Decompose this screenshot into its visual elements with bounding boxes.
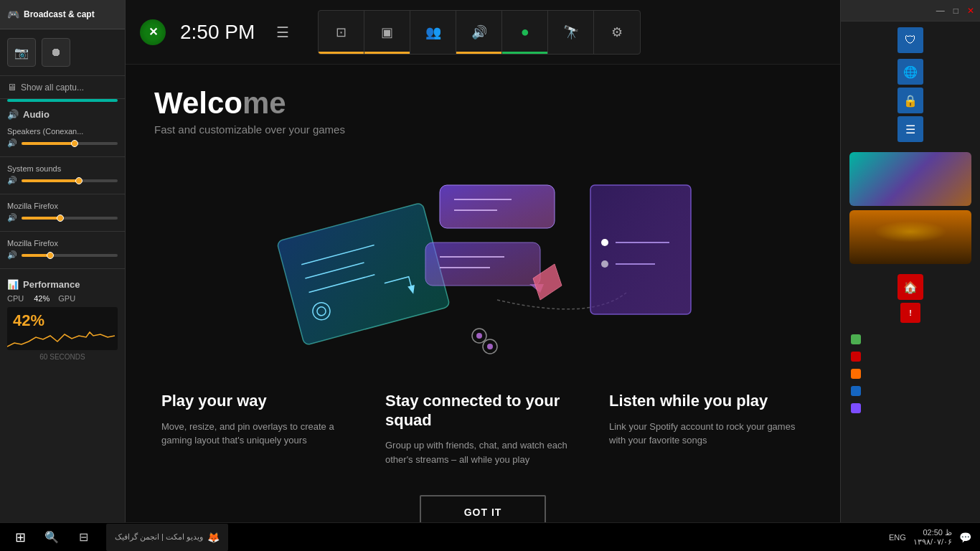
speakers-volume-row: 🔊 bbox=[7, 138, 118, 148]
audio-label: Audio bbox=[23, 109, 50, 120]
home-icon: 🏠 bbox=[903, 281, 918, 294]
svg-point-17 bbox=[476, 333, 482, 339]
maximize-button[interactable]: □ bbox=[953, 6, 958, 16]
firefox1-volume-row: 🔊 bbox=[7, 213, 118, 222]
spotify-tab-icon: ● bbox=[521, 24, 529, 40]
divider-4 bbox=[0, 268, 125, 269]
perf-icon: 📊 bbox=[7, 279, 19, 290]
minimize-button[interactable]: — bbox=[936, 6, 945, 16]
friends-tab-button[interactable]: 👥 bbox=[410, 11, 456, 54]
right-nav-icons: 🏠 ! bbox=[841, 268, 980, 329]
system-sounds-fill bbox=[22, 179, 79, 182]
right-icon-group: 🛡 🌐 🔒 ☰ bbox=[841, 22, 980, 148]
welcome-title: Welcome bbox=[154, 86, 811, 121]
camera-icon: 📷 bbox=[14, 46, 29, 60]
shield-icon-btn[interactable]: 🛡 bbox=[897, 27, 923, 53]
friends-tab-icon: 👥 bbox=[425, 24, 441, 40]
performance-section: 📊 Performance CPU 42% GPU 42% 60 SECONDS bbox=[0, 273, 125, 367]
monitor-tab-button[interactable]: ▣ bbox=[364, 11, 410, 54]
close-button[interactable]: ✕ bbox=[967, 6, 974, 16]
sidebar-header: 🎮 Broadcast & capt bbox=[0, 0, 125, 29]
lock-icon-btn[interactable]: 🔒 bbox=[897, 88, 923, 113]
divider-3 bbox=[0, 231, 125, 232]
sidebar-app-title: Broadcast & capt bbox=[24, 9, 95, 19]
system-sounds-device: System sounds 🔊 bbox=[0, 161, 125, 189]
screenshot-button[interactable]: 📷 bbox=[7, 38, 36, 67]
color-item-purple[interactable] bbox=[847, 400, 974, 416]
show-captures-link[interactable]: 🖥 Show all captu... bbox=[0, 76, 125, 99]
feature-3-title: Listen while you play bbox=[609, 392, 804, 410]
speakers-slider[interactable] bbox=[22, 142, 118, 145]
overlay-topbar: ✕ 2:50 PM ☰ ⊡ ▣ 👥 🔊 ● bbox=[126, 0, 840, 65]
notification-center-icon[interactable]: 💬 bbox=[959, 532, 971, 543]
globe-icon: 🌐 bbox=[903, 65, 918, 79]
vol-icon-4: 🔊 bbox=[7, 250, 17, 260]
browser-task-item[interactable]: 🦊 ویدیو امکت | انجمن گرافیک bbox=[106, 524, 228, 551]
xbox-icon: ✕ bbox=[149, 25, 158, 39]
gpu-label: GPU bbox=[58, 294, 75, 303]
topbar-icons-group: ⊡ ▣ 👥 🔊 ● 🔭 ⚙ bbox=[318, 10, 641, 55]
search-button[interactable]: 🔍 bbox=[37, 524, 66, 551]
audio-tab-button[interactable]: 🔊 bbox=[456, 11, 502, 54]
firefox1-device: Mozilla Firefox 🔊 bbox=[0, 199, 125, 227]
monitor-icon: 🖥 bbox=[7, 82, 17, 93]
vol-icon-2: 🔊 bbox=[7, 176, 17, 185]
firefox2-device: Mozilla Firefox 🔊 bbox=[0, 236, 125, 264]
feature-1-title: Play your way bbox=[161, 392, 357, 410]
taskbar-date: ۱۳۹۸/۰۷/۰۶ bbox=[913, 537, 952, 547]
perf-label: Performance bbox=[23, 279, 80, 290]
firefox2-slider[interactable] bbox=[22, 254, 118, 257]
spotify-tab-button[interactable]: ● bbox=[502, 11, 548, 54]
monitor-tab-icon: ▣ bbox=[381, 24, 393, 40]
menu-icon[interactable]: ☰ bbox=[276, 24, 289, 41]
color-item-blue[interactable] bbox=[847, 383, 974, 399]
hamburger-icon-btn[interactable]: ☰ bbox=[897, 116, 923, 142]
color-item-orange[interactable] bbox=[847, 366, 974, 382]
blue-dot bbox=[851, 386, 861, 396]
red-dot bbox=[851, 352, 861, 362]
start-icon: ⊞ bbox=[15, 529, 26, 545]
chart-seconds-label: 60 SECONDS bbox=[7, 353, 118, 361]
taskbar-datetime: 02:50 ظ ۱۳۹۸/۰۷/۰۶ bbox=[913, 528, 952, 547]
feature-2-title: Stay connected to your squad bbox=[385, 392, 580, 430]
shield-icon: 🛡 bbox=[905, 34, 916, 47]
capture-tab-icon: ⊡ bbox=[336, 24, 347, 40]
feature-card-2: Stay connected to your squad Group up wi… bbox=[371, 392, 595, 481]
welcome-text: Welco bbox=[154, 86, 242, 120]
speakers-fill bbox=[22, 142, 75, 145]
feature-3-title-text: Listen while you play bbox=[609, 392, 768, 410]
firefox2-volume-row: 🔊 bbox=[7, 250, 118, 260]
system-sounds-name: System sounds bbox=[7, 164, 118, 173]
capture-tab-button[interactable]: ⊡ bbox=[319, 11, 364, 54]
color-item-green[interactable] bbox=[847, 331, 974, 347]
lfg-tab-icon: 🔭 bbox=[563, 24, 579, 40]
vol-icon-1: 🔊 bbox=[7, 138, 17, 148]
system-sounds-volume-row: 🔊 bbox=[7, 176, 118, 185]
firefox2-name: Mozilla Firefox bbox=[7, 239, 118, 248]
task-view-button[interactable]: ⊟ bbox=[69, 524, 98, 551]
browser-tab-label: ویدیو امکت | انجمن گرافیک bbox=[115, 532, 203, 542]
welcome-subtitle: Fast and customizable over your games bbox=[154, 123, 811, 136]
notification-icon: ! bbox=[909, 309, 912, 317]
globe-icon-btn[interactable]: 🌐 bbox=[897, 59, 923, 85]
firefox2-fill bbox=[22, 254, 50, 257]
settings-tab-button[interactable]: ⚙ bbox=[594, 11, 640, 54]
color-item-red[interactable] bbox=[847, 349, 974, 364]
lfg-tab-button[interactable]: 🔭 bbox=[548, 11, 594, 54]
system-sounds-slider[interactable] bbox=[22, 179, 118, 182]
cpu-chart-line bbox=[7, 321, 115, 350]
record-button[interactable]: ⏺ bbox=[42, 38, 70, 67]
speakers-device: Speakers (Conexan... 🔊 bbox=[0, 124, 125, 152]
start-button[interactable]: ⊞ bbox=[6, 524, 34, 551]
home-button[interactable]: 🏠 bbox=[897, 274, 923, 300]
color-list bbox=[841, 329, 980, 419]
lock-icon: 🔒 bbox=[903, 94, 918, 108]
taskbar-left: ⊞ 🔍 ⊟ bbox=[0, 524, 103, 551]
hamburger-icon: ☰ bbox=[905, 123, 915, 136]
content-area: Welcome Fast and customizable over your … bbox=[126, 65, 840, 551]
show-captures-label: Show all captu... bbox=[21, 83, 84, 93]
performance-header: 📊 Performance bbox=[7, 279, 118, 290]
firefox1-slider[interactable] bbox=[22, 217, 118, 220]
left-sidebar: 🎮 Broadcast & capt 📷 ⏺ 🖥 Show all captu.… bbox=[0, 0, 126, 551]
notification-badge[interactable]: ! bbox=[900, 303, 920, 323]
